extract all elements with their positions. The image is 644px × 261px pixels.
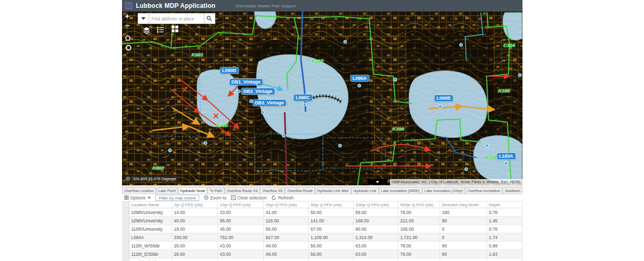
table-row[interactable]: L084A330.00752.00927.001,109.001,314.001…	[122, 233, 523, 242]
home-button[interactable]	[125, 35, 131, 41]
basin-label-k103: K103	[311, 58, 323, 64]
tab-lake-inundation-100yr[interactable]: Lake Inundation (100yr)	[422, 187, 465, 194]
table-row[interactable]: 112th_W/Slide26.0043.0049.0056.0063.0078…	[122, 242, 523, 250]
map-container[interactable]: K101K102K103K104K105C104K201K802L090DDB1…	[122, 11, 523, 185]
table-cell: 49.00	[264, 250, 309, 258]
row-selector[interactable]	[122, 208, 129, 216]
table-cell: 90	[440, 217, 487, 224]
table-cell: 59.00	[354, 208, 398, 216]
column-header-25yr-q-ffd-cfs[interactable]: 25yr Q FFD (cfs)	[264, 201, 309, 208]
tab-hydraulic-node[interactable]: Hydraulic Node	[178, 187, 208, 194]
row-selector[interactable]	[122, 250, 129, 258]
tab-subbasin[interactable]: SubBasin	[503, 187, 522, 194]
attribute-table: Location Name2yr Q FFD (cfs)10yr Q FFD (…	[122, 201, 523, 261]
row-selector[interactable]	[122, 225, 129, 233]
tab-tc-path[interactable]: Tc Path	[208, 187, 224, 194]
filter-by-map-extent-button[interactable]: Filter by map extent	[155, 195, 199, 201]
basemap-gallery-button[interactable]	[172, 26, 178, 32]
table-cell: 43.00	[218, 250, 264, 258]
table-row[interactable]: 112th_E/Slide26.0043.0049.0056.0063.0078…	[122, 250, 523, 258]
clear-selection-icon	[231, 195, 236, 200]
tab-lake-point[interactable]: Lake Point	[156, 187, 178, 194]
locate-button[interactable]	[126, 45, 131, 51]
column-header-depth[interactable]: Depth	[487, 201, 523, 208]
row-selector[interactable]	[122, 242, 129, 250]
table-cell: 33.00	[218, 208, 264, 216]
column-header-10yr-q-ffd-cfs[interactable]: 10yr Q FFD (cfs)	[218, 201, 264, 208]
table-cell: 90	[440, 242, 487, 250]
zoom-to-label: Zoom to	[210, 195, 226, 200]
table-cell: 31.00	[218, 258, 264, 261]
zoom-in-button[interactable]: +	[125, 12, 130, 20]
attribution-toggle-button[interactable]	[368, 179, 387, 185]
table-row[interactable]: 110th/University19.0045.0056.0067.0080.0…	[122, 225, 523, 233]
table-cell: 67.00	[309, 225, 354, 233]
layers-button[interactable]	[143, 27, 150, 34]
search-input[interactable]	[149, 13, 204, 24]
table-cell: 0.78	[487, 208, 523, 216]
node-label-l090d[interactable]: L090D	[220, 67, 238, 74]
search-source-dropdown[interactable]	[138, 13, 149, 24]
table-cell: 63.00	[354, 242, 398, 250]
table-cell: 37.00	[264, 258, 309, 261]
tab-overflow-route[interactable]: Overflow Route	[285, 187, 314, 194]
column-header-50yr-q-ffd-cfs[interactable]: 50yr Q FFD (cfs)	[309, 201, 354, 208]
node-label-db1-vintage[interactable]: DB1_Vintage	[229, 79, 262, 85]
tab-overflow-inundation[interactable]: Overflow Inundation	[466, 187, 502, 194]
table-cell: 56.00	[309, 242, 354, 250]
tab-overflow-route-xs[interactable]: Overflow Route XS	[225, 187, 260, 194]
table-cell: 141.00	[309, 217, 354, 224]
column-header-location-name[interactable]: Location Name	[129, 201, 172, 208]
table-cell: 752.00	[218, 233, 264, 241]
coordinates-readout: -101.899 33.479 Degrees	[124, 175, 179, 182]
row-selector[interactable]	[122, 233, 129, 241]
basin-label-k101: K101	[191, 52, 203, 57]
clear-selection-label: Clear selection	[237, 195, 266, 200]
table-cell: 1.74	[487, 233, 523, 241]
node-label-db2-vintage[interactable]: DB2_Vintage	[241, 88, 274, 94]
table-cell: 112th_W/Slide	[129, 242, 172, 250]
options-button[interactable]: Options	[124, 195, 151, 200]
legend-button[interactable]	[157, 27, 164, 33]
table-cell: 180	[440, 208, 487, 216]
table-row[interactable]: 109th/University40.0095.00118.00141.0016…	[122, 217, 523, 225]
table-cell: 1,721.00	[398, 233, 440, 241]
node-label-l090a[interactable]: L090A	[350, 75, 369, 81]
row-selector[interactable]	[122, 258, 129, 261]
table-cell: 168.00	[354, 217, 398, 224]
node-label-db3-vintage[interactable]: DB3_Vintage	[253, 100, 286, 106]
basin-label-k802: K802	[152, 165, 164, 171]
table-row[interactable]: 108th/University14.0033.0041.0050.0059.0…	[122, 208, 523, 217]
app-window: Lubbock MDP Application Stormwater Maste…	[122, 0, 523, 261]
tab-hydraulic-link[interactable]: Hydraulic Link	[351, 187, 379, 194]
node-label-l090b[interactable]: L090B	[434, 95, 453, 101]
zoom-out-button[interactable]: −	[126, 22, 130, 29]
tab-overflow-xs[interactable]: Overflow XS	[260, 187, 285, 194]
tab-overflow-location[interactable]: Overflow Location	[123, 187, 156, 194]
tab-hydraulic-link-weir[interactable]: Hydraulic Link Weir	[315, 187, 351, 194]
table-cell: 52.00	[354, 258, 398, 261]
column-header-500yr-q-ffd-cfs[interactable]: 500yr Q FFD (cfs)	[398, 201, 440, 208]
basin-label-k104: K104	[392, 126, 404, 132]
table-row[interactable]: 114th/Uxbridge16.0031.0037.0042.0052.009…	[122, 258, 523, 261]
column-header-2yr-q-ffd-cfs[interactable]: 2yr Q FFD (cfs)	[172, 201, 218, 208]
table-cell: 90	[440, 258, 487, 261]
table-cell: 112th_E/Slide	[129, 250, 172, 258]
node-label-l090c[interactable]: L090C	[294, 94, 312, 101]
refresh-button[interactable]: Refresh	[271, 195, 294, 200]
table-cell: 1,109.00	[309, 233, 354, 241]
table-cell: 26.00	[172, 242, 218, 250]
attribution-text: Halff Associates, Inc. | City of Lubbock…	[390, 179, 523, 185]
row-selector[interactable]	[122, 217, 129, 224]
table-cell: 49.00	[264, 242, 309, 250]
table-cell: L084A	[129, 233, 172, 241]
column-header-100yr-q-ffd-cfs[interactable]: 100yr Q FFD (cfs)	[354, 201, 398, 208]
map-labels: K101K102K103K104K105C104K201K802L090DDB1…	[122, 11, 523, 185]
clear-selection-button[interactable]: Clear selection	[231, 195, 266, 200]
tab-lake-inundation-iwse[interactable]: Lake Inundation (IWSE)	[379, 187, 422, 194]
node-label-l183a[interactable]: L183A	[497, 153, 515, 159]
zoom-to-button[interactable]: Zoom to	[204, 195, 226, 200]
app-logo-icon	[125, 2, 133, 10]
column-header-direction-deg-north[interactable]: Direction Deg North	[440, 201, 487, 208]
search-button[interactable]	[204, 13, 215, 24]
